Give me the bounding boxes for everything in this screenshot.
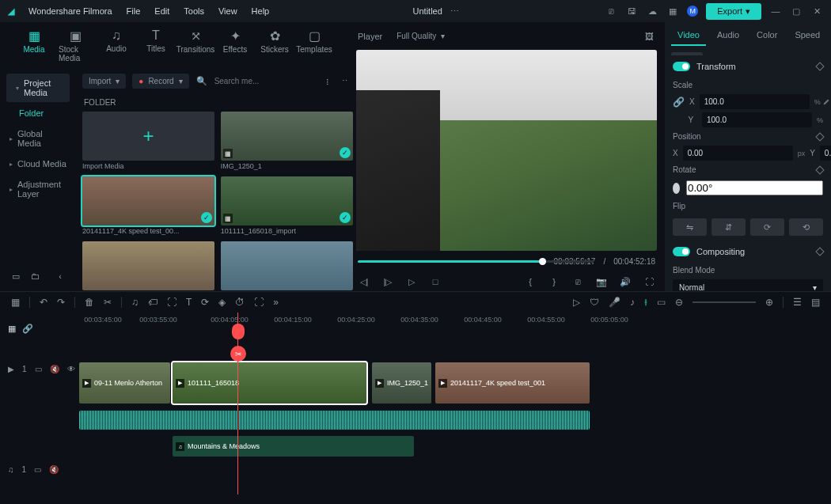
link-icon[interactable]: 🔗 bbox=[22, 324, 33, 334]
cut-icon[interactable]: ✂ bbox=[104, 297, 112, 308]
mic-icon[interactable]: 🎤 bbox=[609, 297, 620, 308]
clip-2[interactable]: ▶101111_165018 bbox=[173, 362, 366, 404]
inspect-tab-speed[interactable]: Speed bbox=[788, 25, 826, 46]
sidebar-adjustment[interactable]: ▸Adjustment Layer bbox=[0, 175, 76, 203]
media-thumb-1[interactable]: ▦✓IMG_1250_1 bbox=[221, 112, 353, 170]
marker-icon[interactable]: ▷ bbox=[573, 297, 580, 308]
preview-viewport[interactable] bbox=[356, 50, 657, 251]
tl-tab-icon[interactable]: ▦ bbox=[8, 324, 16, 334]
restart-icon[interactable]: |▷ bbox=[381, 275, 394, 288]
timer-icon[interactable]: ⏱ bbox=[235, 297, 245, 308]
track-eye-icon[interactable]: 👁 bbox=[67, 365, 75, 373]
inspect-tab-color[interactable]: Color bbox=[750, 25, 784, 46]
waveform-1[interactable] bbox=[79, 411, 590, 430]
apps-icon[interactable]: ▦ bbox=[666, 5, 679, 17]
scissors-icon[interactable]: ✂ bbox=[230, 346, 246, 362]
shield-icon[interactable]: 🛡 bbox=[590, 297, 599, 308]
tab-templates[interactable]: ▢Templates bbox=[294, 25, 334, 66]
title-more-icon[interactable]: ⋯ bbox=[449, 5, 461, 17]
rotate-input[interactable] bbox=[686, 180, 823, 195]
playhead[interactable]: ✂ bbox=[237, 313, 238, 495]
rotate-cw-icon[interactable]: ⟳ bbox=[750, 218, 784, 236]
pos-x-input[interactable] bbox=[683, 146, 793, 161]
rotate-dial[interactable] bbox=[673, 183, 680, 194]
seek-bar[interactable] bbox=[358, 260, 546, 263]
menu-view[interactable]: View bbox=[218, 6, 237, 16]
maximize-icon[interactable]: ▢ bbox=[790, 5, 803, 17]
expand-icon[interactable]: ⛶ bbox=[254, 297, 264, 308]
sidebar-cloud-media[interactable]: ▸Cloud Media bbox=[0, 154, 76, 173]
color-icon[interactable]: ◈ bbox=[218, 297, 226, 308]
keyframe-icon[interactable] bbox=[815, 165, 824, 174]
clip-1[interactable]: ▶09-11 Menlo Atherton bbox=[79, 362, 170, 404]
mark-in-icon[interactable]: { bbox=[524, 275, 537, 288]
crop-icon[interactable]: ⛶ bbox=[167, 297, 176, 308]
lock-icon[interactable]: 🔗 bbox=[673, 97, 685, 108]
panel-icon[interactable]: ▤ bbox=[811, 297, 820, 308]
zoom-slider[interactable] bbox=[692, 301, 756, 303]
keyframe-icon[interactable] bbox=[815, 62, 824, 70]
import-media-tile[interactable]: +Import Media bbox=[82, 112, 214, 170]
view-icon[interactable]: ▭ bbox=[657, 297, 666, 308]
flip-v-icon[interactable]: ⇵ bbox=[711, 218, 746, 236]
media-thumb-2[interactable]: ✓20141117_4K speed test_00... bbox=[82, 176, 214, 235]
list-icon[interactable]: ☰ bbox=[793, 297, 802, 308]
snap-icon[interactable]: ⫲ bbox=[644, 297, 647, 308]
audio-clip[interactable]: ♫Mountains & Meadows bbox=[173, 436, 414, 457]
text-icon[interactable]: T bbox=[186, 297, 192, 308]
redo-icon[interactable]: ↷ bbox=[57, 297, 65, 308]
blend-select[interactable]: Normal▾ bbox=[673, 279, 823, 291]
pos-y-input[interactable] bbox=[820, 146, 831, 161]
user-badge[interactable]: M bbox=[687, 6, 698, 17]
camera-icon[interactable]: 📷 bbox=[595, 275, 608, 288]
menu-help[interactable]: Help bbox=[252, 6, 270, 16]
prev-frame-icon[interactable]: ◁| bbox=[358, 275, 370, 288]
tab-stickers[interactable]: ✿Stickers bbox=[255, 25, 294, 66]
tl-tools-icon[interactable]: ▦ bbox=[11, 297, 20, 308]
keyframe-icon[interactable] bbox=[823, 99, 829, 104]
sidebar-global-media[interactable]: ▸Global Media bbox=[0, 124, 76, 153]
clip-4[interactable]: ▶20141117_4K speed test_001 bbox=[435, 362, 590, 404]
rotate-ccw-icon[interactable]: ⟲ bbox=[789, 218, 823, 236]
track-mute-icon[interactable]: 🔇 bbox=[50, 365, 59, 373]
inspect-tab-video[interactable]: Video bbox=[671, 25, 706, 46]
menu-tools[interactable]: Tools bbox=[184, 6, 204, 16]
delete-icon[interactable]: 🗑 bbox=[85, 297, 94, 308]
zoom-in-icon[interactable]: ⊕ bbox=[765, 297, 773, 308]
compositing-toggle[interactable] bbox=[673, 247, 690, 256]
track-lock-icon[interactable]: ▭ bbox=[34, 465, 41, 474]
fullscreen-icon[interactable]: ⛶ bbox=[643, 275, 655, 288]
media-thumb-3[interactable]: ▦✓101111_165018_import bbox=[221, 176, 353, 235]
scale-x-input[interactable] bbox=[700, 94, 810, 109]
scale-y-input[interactable] bbox=[702, 112, 812, 127]
stop-icon[interactable]: □ bbox=[429, 275, 442, 288]
device-icon[interactable]: ⎚ bbox=[605, 5, 617, 17]
filter-icon[interactable]: ⫶ bbox=[321, 75, 334, 88]
save-icon[interactable]: 🖫 bbox=[625, 5, 638, 17]
import-dropdown[interactable]: Import ▾ bbox=[82, 74, 126, 89]
display-icon[interactable]: ⎚ bbox=[571, 275, 584, 288]
sidebar-folder[interactable]: Folder bbox=[0, 104, 76, 123]
minimize-icon[interactable]: — bbox=[769, 5, 782, 17]
export-button[interactable]: Export ▾ bbox=[706, 3, 761, 20]
newfolder-icon[interactable]: 🗀 bbox=[28, 270, 41, 282]
track-mute-icon[interactable]: 🔇 bbox=[49, 465, 59, 474]
timeline-ruler[interactable]: 00:03:45:00 00:03:55:00 00:04:05:00 00:0… bbox=[79, 313, 831, 344]
zoom-out-icon[interactable]: ⊖ bbox=[675, 297, 683, 308]
record-dropdown[interactable]: ●Record ▾ bbox=[132, 74, 188, 89]
bin-icon[interactable]: ▭ bbox=[9, 270, 22, 282]
inspect-tab-audio[interactable]: Audio bbox=[711, 25, 746, 46]
tab-audio[interactable]: ♫Audio bbox=[97, 25, 136, 66]
tab-stock[interactable]: ▣Stock Media bbox=[54, 25, 97, 66]
keyframe-icon[interactable] bbox=[815, 132, 824, 141]
quality-dropdown[interactable]: Full Quality ▾ bbox=[390, 28, 451, 44]
menu-edit[interactable]: Edit bbox=[154, 6, 169, 16]
undo-icon[interactable]: ↶ bbox=[40, 297, 47, 308]
snapshot-icon[interactable]: 🖼 bbox=[643, 30, 655, 43]
play-icon[interactable]: ▷ bbox=[405, 275, 418, 288]
tab-titles[interactable]: TTitles bbox=[136, 25, 176, 66]
tab-media[interactable]: ▦Media bbox=[14, 25, 54, 66]
speed-icon[interactable]: ⟳ bbox=[201, 297, 209, 308]
cloud-icon[interactable]: ☁ bbox=[646, 5, 658, 17]
collapse-icon[interactable]: ‹ bbox=[54, 270, 66, 282]
